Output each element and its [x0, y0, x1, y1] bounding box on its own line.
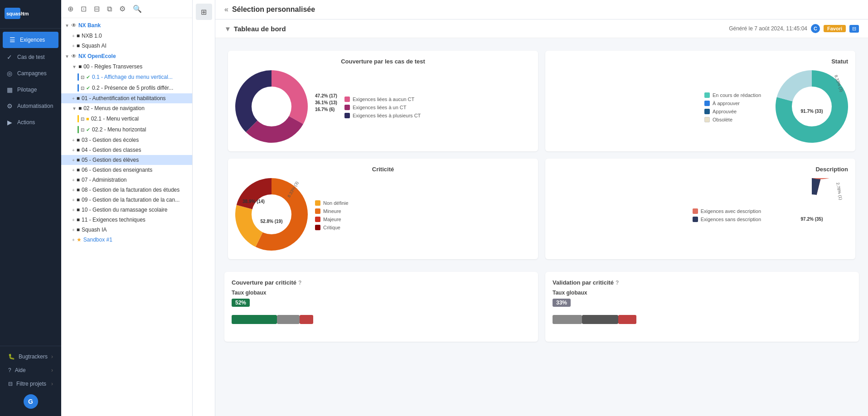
folder-icon: ■: [77, 217, 80, 223]
coverage-criticite-mini-chart: [232, 310, 531, 334]
add-item-button[interactable]: ⊕: [66, 4, 75, 14]
folder-icon: ■: [77, 187, 80, 193]
status-legend: En cours de rédaction À approuver Approu…: [704, 92, 761, 122]
bugtrackers-icon: 🐛: [8, 353, 15, 360]
search-tree-button[interactable]: 🔍: [131, 4, 144, 14]
grid-view-button[interactable]: ⊞: [196, 4, 212, 20]
tree-item-r01[interactable]: + ■ 01 - Authentification et habilitatio…: [61, 93, 192, 103]
svg-rect-7: [232, 315, 277, 324]
bottom-section: Couverture par criticité ? Taux globaux …: [215, 272, 868, 351]
tree-section-nx-bank[interactable]: ▼ 👁 NX Bank: [61, 20, 192, 31]
expand-button[interactable]: ⊡: [79, 4, 88, 14]
tree-item-r00[interactable]: ▼ ■ 00 - Règles Transverses: [61, 62, 192, 72]
tree-item-r021[interactable]: ⊡ ■ 02.1 - Menu vertical: [61, 113, 192, 124]
sidebar-item-cas-de-test[interactable]: ✓ Cas de test: [0, 49, 61, 65]
sidebar-item-pilotage-label: Pilotage: [17, 87, 37, 93]
exigences-icon: ☰: [8, 36, 16, 44]
folder-icon: ■: [77, 197, 80, 203]
tree-item-r09[interactable]: + ■ 09 - Gestion de la facturation de la…: [61, 195, 192, 205]
sidebar-item-pilotage[interactable]: ▦ Pilotage: [0, 82, 61, 98]
collapse-button[interactable]: ⊟: [92, 4, 102, 14]
svg-text:squash: squash: [6, 11, 24, 16]
svg-rect-12: [618, 315, 636, 324]
tree-item-r022[interactable]: ⊡ ✔ 02.2 - Menu horizontal: [61, 124, 192, 135]
pilotage-icon: ▦: [5, 86, 14, 93]
legend-item: Exigences liées à un CT: [344, 105, 421, 110]
taux-label-2: Taux globaux: [553, 290, 852, 296]
folder-icon: ■: [77, 137, 80, 143]
tree-item-r06[interactable]: + ■ 06 - Gestion des enseignants: [61, 165, 192, 175]
sidebar-item-campagnes[interactable]: ◎ Campagnes: [0, 65, 61, 82]
criticite-chart-container: 52.8% (19) 38.9% (14) 8.33% (3): [235, 178, 531, 252]
criticite-legend: Non définie Mineure Majeure: [315, 200, 349, 230]
badge-c[interactable]: C: [811, 24, 820, 33]
tree-item-r02-sub[interactable]: ⊡ ✔ 0.2 - Présence de 5 profils différ..…: [61, 82, 192, 93]
folder-icon: ■: [77, 167, 80, 173]
chevron-down-icon: ▼: [224, 25, 231, 33]
coverage-labels: 47.2% (17) 36.1% (13) 16.7% (6): [315, 93, 337, 121]
actions-icon: ▶: [5, 119, 14, 126]
badge-filter[interactable]: ⊟: [849, 25, 859, 33]
sidebar-item-actions[interactable]: ▶ Actions: [0, 114, 61, 131]
folder-icon: ■: [77, 43, 80, 49]
coverage-title: Couverture par les cas de test: [235, 58, 531, 65]
sidebar-item-bugtrackers[interactable]: 🐛 Bugtrackers ›: [4, 350, 58, 363]
sidebar-item-filtre-projets[interactable]: ⊟ Filtre projets ›: [4, 377, 58, 391]
chart-status: Statut En cours de rédaction À approuver: [545, 51, 855, 151]
actions-panel: ⊞: [193, 0, 215, 416]
visibility-icon-2: 👁: [71, 53, 77, 59]
tree-item-sandbox[interactable]: + ★ Sandbox #1: [61, 235, 192, 245]
folder-icon: ■: [77, 227, 80, 233]
criticite-pie: 52.8% (19) 38.9% (14) 8.33% (3): [235, 178, 308, 252]
folder-icon: ■: [77, 95, 80, 102]
generated-date: Généré le 7 août 2024, 11:45:04: [729, 25, 807, 32]
tree-item-r04[interactable]: + ■ 04 - Gestion des classes: [61, 145, 192, 155]
campagnes-icon: ◎: [5, 70, 14, 77]
sidebar-bottom: 🐛 Bugtrackers › ? Aide › ⊟ Filtre projet…: [0, 346, 61, 416]
folder-icon: ■: [78, 63, 82, 70]
chart-validation-criticite: Validation par criticité ? Taux globaux …: [545, 272, 859, 342]
tree-item-squash-ia[interactable]: + ■ Squash IA: [61, 225, 192, 235]
tree-item-r02[interactable]: ▼ ■ 02 - Menus de navigation: [61, 103, 192, 113]
legend-item: Non définie: [315, 200, 349, 206]
sidebar-item-exigences[interactable]: ☰ Exigences: [3, 32, 58, 48]
tree-item-r05[interactable]: + ■ 05 - Gestion des élèves: [61, 155, 192, 165]
tree-item-r08[interactable]: + ■ 08 - Gestion de la facturation des é…: [61, 185, 192, 195]
folder-icon: ■: [77, 177, 80, 183]
tree-item-squash-ai[interactable]: + ■ Squash AI: [61, 41, 192, 51]
squash-logo: squash tm: [5, 5, 45, 21]
folder-icon: ■: [78, 105, 82, 111]
legend-item: À approuver: [704, 101, 761, 106]
sidebar-item-actions-label: Actions: [17, 119, 35, 126]
tree-item-nxb1[interactable]: + ■ NXB 1.0: [61, 31, 192, 41]
tree-item-r10[interactable]: + ■ 10 - Gestion du ramassage scolaire: [61, 205, 192, 215]
automatisation-icon: ⚙: [5, 102, 14, 110]
transfer-button[interactable]: ⧉: [105, 4, 114, 14]
sidebar-item-aide[interactable]: ? Aide ›: [4, 363, 58, 377]
svg-point-6: [792, 194, 832, 234]
badge-favori[interactable]: Favori: [824, 25, 846, 32]
check-icon: ✔: [86, 74, 90, 80]
tree-item-r03[interactable]: + ■ 03 - Gestion des écoles: [61, 135, 192, 145]
legend-item: Exigences liées à aucun CT: [344, 97, 421, 102]
sidebar-item-exigences-label: Exigences: [20, 37, 45, 43]
settings-button[interactable]: ⚙: [117, 4, 127, 14]
tree-content: ▼ 👁 NX Bank + ■ NXB 1.0 + ■ Squash AI ▼ …: [61, 18, 192, 416]
main-content: « Sélection personnalisée ▼ Tableau de b…: [215, 0, 868, 416]
status-title: Statut: [553, 58, 848, 65]
tree-section-nx-openecole[interactable]: ▼ 👁 NX OpenEcole: [61, 51, 192, 62]
square-icon: ■: [86, 116, 89, 121]
description-legend: Exigences avec description Exigences san…: [693, 208, 761, 222]
dashboard-meta: Généré le 7 août 2024, 11:45:04 C Favori…: [729, 24, 859, 33]
user-avatar[interactable]: G: [24, 394, 38, 409]
help-icon: ?: [298, 280, 301, 286]
legend-item: Exigences sans description: [693, 217, 761, 222]
tree-item-r11[interactable]: + ■ 11 - Exigences techniques: [61, 215, 192, 225]
sidebar-item-automatisation[interactable]: ⚙ Automatisation: [0, 98, 61, 114]
star-icon: ★: [77, 237, 82, 243]
description-chart-container: Exigences avec description Exigences san…: [553, 178, 848, 252]
criticite-title: Criticité: [235, 166, 531, 173]
tree-item-r07[interactable]: + ■ 07 - Administration: [61, 175, 192, 185]
tree-item-r01-sub[interactable]: ⊡ ✔ 0.1 - Affichage du menu vertical...: [61, 72, 192, 82]
collapse-panel-button[interactable]: «: [224, 5, 228, 14]
